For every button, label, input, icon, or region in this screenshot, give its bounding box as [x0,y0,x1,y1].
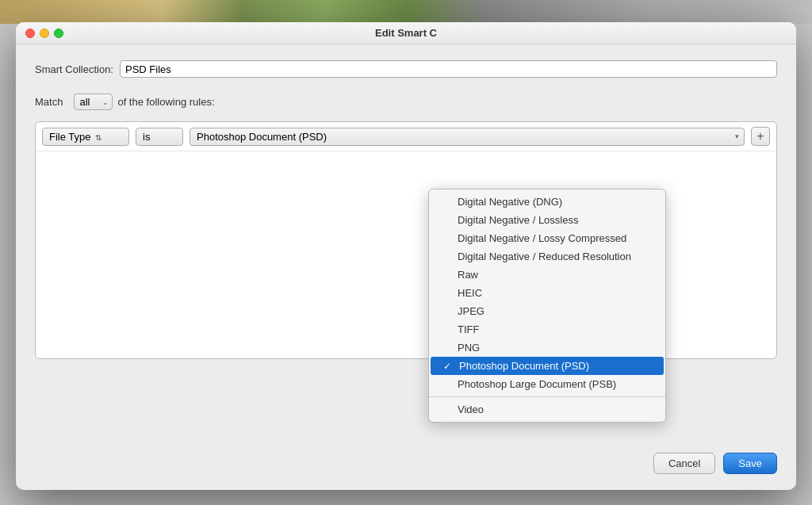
dropdown-item-dng-lossless[interactable]: ✓Digital Negative / Lossless [429,211,665,229]
match-select[interactable]: all any [74,94,113,110]
dropdown-item-label: Digital Negative / Lossy Compressed [458,232,626,244]
value-label: Photoshop Document (PSD) [197,131,327,143]
condition-label: is [143,131,150,143]
dropdown-item-tiff[interactable]: ✓TIFF [429,320,665,339]
dropdown-item-label: Raw [458,269,478,281]
dropdown-item-video[interactable]: ✓Video [429,400,665,419]
minimize-window-button[interactable] [40,29,49,38]
match-row: Match all any ⌄ of the following rules: [35,94,777,110]
title-bar: Edit Smart C [16,22,796,44]
edit-smart-collection-dialog: Edit Smart C Smart Collection: Match all… [16,22,796,490]
dialog-body: Smart Collection: Match all any ⌄ of the… [16,44,796,375]
value-select-wrapper: Photoshop Document (PSD) ▾ [190,128,745,146]
dropdown-item-label: Photoshop Large Document (PSB) [458,378,616,390]
value-select[interactable]: Photoshop Document (PSD) ▾ [190,128,745,146]
traffic-lights [25,29,63,38]
smart-collection-row: Smart Collection: [35,60,777,78]
dropdown-item-heic[interactable]: ✓HEIC [429,284,665,302]
condition-select-wrapper: is [136,128,183,146]
check-icon: ✓ [443,361,454,372]
dropdown-item-label: PNG [458,342,480,354]
dropdown-item-dng-reduced[interactable]: ✓Digital Negative / Reduced Resolution [429,247,665,266]
cancel-button[interactable]: Cancel [653,453,715,474]
smart-collection-input[interactable] [120,60,777,78]
of-the-following-label: of the following rules: [117,96,214,108]
dropdown-item-label: Video [458,404,484,415]
field-select-wrapper: File Type ⇅ [42,128,129,146]
dropdown-item-label: TIFF [458,323,479,335]
condition-select[interactable]: is [136,128,183,146]
dropdown-item-label: Photoshop Document (PSD) [459,360,589,372]
maximize-window-button[interactable] [54,29,63,38]
close-window-button[interactable] [25,29,35,38]
add-rule-button[interactable]: + [751,127,770,146]
dropdown-separator [429,396,665,397]
file-type-dropdown: ✓Digital Negative (DNG)✓Digital Negative… [428,189,666,423]
match-select-wrapper: all any ⌄ [74,94,113,110]
dropdown-item-raw[interactable]: ✓Raw [429,266,665,284]
field-type-label: File Type [49,131,91,143]
dropdown-item-label: Digital Negative / Lossless [458,214,578,226]
photo-strip-background [0,0,812,24]
dropdown-item-label: JPEG [458,305,485,317]
dropdown-item-label: Digital Negative (DNG) [458,196,562,208]
smart-collection-label: Smart Collection: [35,63,113,75]
match-label: Match [35,96,63,108]
dropdown-item-jpeg[interactable]: ✓JPEG [429,302,665,320]
dropdown-item-dng-lossy[interactable]: ✓Digital Negative / Lossy Compressed [429,229,665,247]
dropdown-item-label: Digital Negative / Reduced Resolution [458,251,631,262]
rule-row: File Type ⇅ is Photoshop Document (PSD) … [36,122,776,151]
dropdown-item-psb[interactable]: ✓Photoshop Large Document (PSB) [429,375,665,393]
add-icon: + [756,129,764,143]
dropdown-item-label: HEIC [458,287,482,299]
save-button[interactable]: Save [723,453,777,474]
field-sort-icon: ⇅ [95,133,102,142]
dropdown-item-psd[interactable]: ✓Photoshop Document (PSD) [431,357,664,375]
field-type-select[interactable]: File Type ⇅ [42,128,129,146]
dropdown-item-png[interactable]: ✓PNG [429,339,665,357]
dialog-title: Edit Smart C [375,27,437,39]
dialog-footer: Cancel Save [653,453,777,474]
dropdown-item-dng[interactable]: ✓Digital Negative (DNG) [429,193,665,211]
value-chevron-icon: ▾ [735,132,739,140]
